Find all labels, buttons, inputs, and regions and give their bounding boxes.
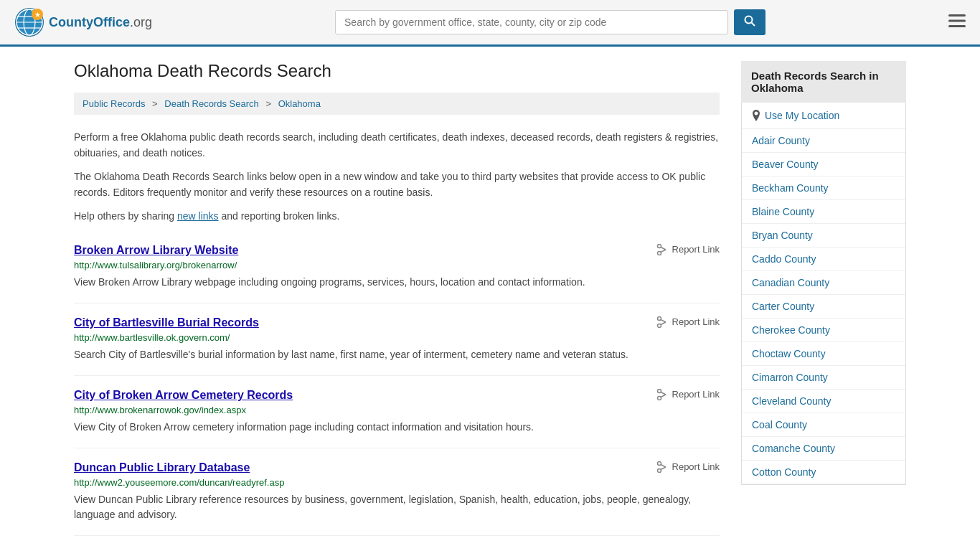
result-item: Broken Arrow Library Website Report Link… [74, 231, 720, 303]
svg-line-21 [661, 322, 666, 325]
sidebar-county-link[interactable]: Comanche County [742, 437, 905, 461]
hamburger-icon [948, 14, 966, 27]
svg-point-19 [657, 324, 661, 327]
svg-line-16 [661, 247, 666, 250]
svg-line-28 [661, 464, 666, 467]
report-link-button[interactable]: Report Link [656, 316, 720, 328]
result-url: http://www.tulsalibrary.org/brokenarrow/ [74, 260, 720, 270]
result-title-link[interactable]: Broken Arrow Library Website [74, 244, 238, 257]
result-header: City of Bartlesville Burial Records Repo… [74, 316, 720, 329]
header: ★ CountyOffice.org [0, 0, 980, 47]
sidebar-county-link[interactable]: Adair County [742, 129, 905, 153]
sidebar-county-link[interactable]: Coal County [742, 413, 905, 437]
svg-point-15 [657, 251, 661, 255]
menu-button[interactable] [948, 13, 966, 32]
scissors-report-icon [656, 461, 668, 473]
sidebar-county-link[interactable]: Bryan County [742, 224, 905, 248]
result-header: Broken Arrow Library Website Report Link [74, 244, 720, 257]
county-list: Adair CountyBeaver CountyBeckham CountyB… [742, 129, 905, 484]
breadcrumb: Public Records > Death Records Search > … [74, 93, 720, 115]
sidebar-county-link[interactable]: Beckham County [742, 176, 905, 200]
search-area [335, 9, 765, 35]
result-url: http://www.brokenarrowok.gov/index.aspx [74, 405, 720, 415]
svg-rect-11 [948, 14, 966, 17]
description: Perform a free Oklahoma public death rec… [74, 129, 720, 224]
svg-point-22 [657, 389, 661, 392]
svg-line-25 [661, 395, 666, 397]
sidebar-county-link[interactable]: Cherokee County [742, 319, 905, 342]
svg-rect-13 [948, 25, 966, 27]
svg-line-17 [661, 250, 666, 253]
search-icon [744, 15, 755, 27]
svg-rect-12 [948, 20, 966, 22]
location-pin-icon [752, 110, 760, 121]
svg-point-27 [657, 468, 661, 472]
result-title-link[interactable]: City of Bartlesville Burial Records [74, 316, 259, 329]
result-item: City of Bartlesville Burial Records Repo… [74, 303, 720, 376]
logo-area: ★ CountyOffice.org [14, 7, 152, 37]
result-desc: Search City of Bartlesville's burial inf… [74, 347, 720, 362]
desc-para3: Help others by sharing new links and rep… [74, 208, 720, 224]
breadcrumb-death-records[interactable]: Death Records Search [164, 98, 259, 109]
svg-line-20 [661, 319, 666, 322]
logo-text: CountyOffice.org [49, 15, 152, 30]
result-title-link[interactable]: Duncan Public Library Database [74, 461, 250, 474]
scissors-report-icon [656, 316, 668, 328]
sidebar-title: Death Records Search in Oklahoma [741, 61, 906, 103]
sidebar: Death Records Search in Oklahoma Use My … [741, 61, 906, 536]
sidebar-county-link[interactable]: Choctaw County [742, 342, 905, 366]
svg-point-23 [657, 396, 661, 400]
result-url: http://www2.youseemore.com/duncan/readyr… [74, 477, 720, 488]
sidebar-county-link[interactable]: Cleveland County [742, 390, 905, 413]
result-item: City of Broken Arrow Cemetery Records Re… [74, 376, 720, 448]
result-header: City of Broken Arrow Cemetery Records Re… [74, 389, 720, 402]
main-container: Oklahoma Death Records Search Public Rec… [60, 47, 920, 550]
breadcrumb-sep2: > [265, 98, 273, 109]
sidebar-county-link[interactable]: Cimarron County [742, 366, 905, 390]
svg-line-10 [752, 23, 755, 27]
result-title-link[interactable]: City of Broken Arrow Cemetery Records [74, 389, 293, 402]
result-desc: View Duncan Public Library reference res… [74, 492, 720, 522]
result-url: http://www.bartlesville.ok.govern.com/ [74, 332, 720, 343]
result-header: Duncan Public Library Database Report Li… [74, 461, 720, 474]
breadcrumb-public-records[interactable]: Public Records [83, 98, 145, 109]
svg-point-26 [657, 461, 661, 465]
logo-icon: ★ [14, 7, 44, 37]
results-list: Broken Arrow Library Website Report Link… [74, 231, 720, 536]
svg-point-9 [745, 17, 753, 24]
search-button[interactable] [734, 9, 765, 35]
result-desc: View City of Broken Arrow cemetery infor… [74, 420, 720, 435]
breadcrumb-oklahoma[interactable]: Oklahoma [278, 98, 321, 109]
sidebar-county-link[interactable]: Blaine County [742, 200, 905, 224]
svg-point-14 [657, 244, 661, 248]
scissors-report-icon [656, 389, 668, 400]
page-title: Oklahoma Death Records Search [74, 61, 720, 81]
report-link-button[interactable]: Report Link [656, 461, 720, 473]
sidebar-county-link[interactable]: Canadian County [742, 271, 905, 295]
use-my-location-link[interactable]: Use My Location [742, 103, 905, 129]
search-input[interactable] [335, 10, 728, 34]
desc-para2: The Oklahoma Death Records Search links … [74, 169, 720, 201]
sidebar-content: Use My Location Adair CountyBeaver Count… [741, 103, 906, 485]
sidebar-county-link[interactable]: Caddo County [742, 248, 905, 271]
content-area: Oklahoma Death Records Search Public Rec… [74, 61, 720, 536]
svg-point-18 [657, 316, 661, 320]
result-desc: View Broken Arrow Library webpage includ… [74, 275, 720, 290]
svg-line-24 [661, 392, 666, 395]
new-links-link[interactable]: new links [177, 210, 219, 222]
result-item: Duncan Public Library Database Report Li… [74, 448, 720, 536]
sidebar-county-link[interactable]: Beaver County [742, 153, 905, 176]
svg-line-29 [661, 467, 666, 470]
report-link-button[interactable]: Report Link [656, 244, 720, 255]
report-link-button[interactable]: Report Link [656, 389, 720, 400]
svg-text:★: ★ [34, 11, 41, 19]
scissors-report-icon [656, 244, 668, 255]
sidebar-county-link[interactable]: Carter County [742, 295, 905, 319]
desc-para1: Perform a free Oklahoma public death rec… [74, 129, 720, 161]
sidebar-county-link[interactable]: Cotton County [742, 461, 905, 484]
breadcrumb-sep1: > [152, 98, 160, 109]
